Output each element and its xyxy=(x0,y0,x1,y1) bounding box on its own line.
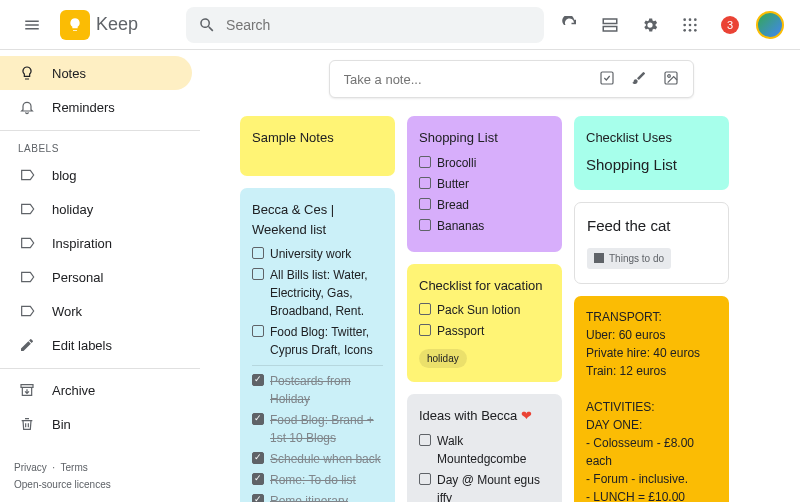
sidebar-item-label[interactable]: Personal xyxy=(0,260,192,294)
checkbox-icon[interactable] xyxy=(419,434,431,446)
checklist-item[interactable]: University work xyxy=(252,245,383,263)
note-card[interactable]: Checklist Uses Shopping List xyxy=(574,116,729,190)
note-title: Sample Notes xyxy=(252,128,383,148)
note-card[interactable]: Checklist for vacation Pack Sun lotionPa… xyxy=(407,264,562,383)
take-note-bar[interactable] xyxy=(329,60,694,98)
label-icon xyxy=(18,235,36,251)
checkbox-icon[interactable] xyxy=(252,413,264,425)
label-chip[interactable]: holiday xyxy=(419,349,467,368)
note-title: Ideas with Becca ❤ xyxy=(419,406,550,426)
privacy-link[interactable]: Privacy xyxy=(14,462,47,473)
sidebar-item-label[interactable]: Work xyxy=(0,294,192,328)
account-button[interactable] xyxy=(752,7,788,43)
take-note-input[interactable] xyxy=(344,72,599,87)
terms-link[interactable]: Terms xyxy=(61,462,88,473)
checkbox-icon[interactable] xyxy=(419,219,431,231)
list-view-button[interactable] xyxy=(592,7,628,43)
sidebar-item-label: Archive xyxy=(52,383,95,398)
checklist-item[interactable]: Food Blog: Brand + 1st 10 Blogs xyxy=(252,411,383,447)
label-icon xyxy=(18,167,36,183)
labels-heading: LABELS xyxy=(0,135,200,158)
new-image-button[interactable] xyxy=(663,70,679,89)
search-bar[interactable] xyxy=(186,7,544,43)
header-actions: 3 xyxy=(552,7,788,43)
note-card[interactable]: Sample Notes xyxy=(240,116,395,176)
sidebar-item-reminders[interactable]: Reminders xyxy=(0,90,192,124)
checklist-item[interactable]: Food Blog: Twitter, Cyprus Draft, Icons xyxy=(252,323,383,359)
note-body: Shopping List xyxy=(586,154,717,177)
checklist-item[interactable]: Bread xyxy=(419,196,550,214)
checkbox-icon[interactable] xyxy=(252,374,264,386)
checklist-item[interactable]: Rome: To do list xyxy=(252,471,383,489)
checkbox-icon[interactable] xyxy=(252,473,264,485)
note-title: Checklist Uses xyxy=(586,128,717,148)
hamburger-icon xyxy=(23,16,41,34)
heart-icon: ❤ xyxy=(521,408,532,423)
checklist-item[interactable]: Schedule when back xyxy=(252,450,383,468)
checkbox-icon[interactable] xyxy=(419,177,431,189)
sidebar-item-label: holiday xyxy=(52,202,93,217)
sidebar-item-label[interactable]: holiday xyxy=(0,192,192,226)
checkbox-icon[interactable] xyxy=(252,247,264,259)
checkbox-icon[interactable] xyxy=(252,325,264,337)
checklist-item[interactable]: Brocolli xyxy=(419,154,550,172)
checklist-item[interactable]: All Bills list: Water, Electricity, Gas,… xyxy=(252,266,383,320)
svg-point-5 xyxy=(683,23,686,26)
search-input[interactable] xyxy=(226,17,532,33)
sidebar-item-label: blog xyxy=(52,168,77,183)
sidebar-item-label: Bin xyxy=(52,417,71,432)
note-card[interactable]: Feed the cat Things to do xyxy=(574,202,729,284)
checklist-item[interactable]: Butter xyxy=(419,175,550,193)
note-card[interactable]: Ideas with Becca ❤ Walk MountedgcombeDay… xyxy=(407,394,562,502)
checklist-item[interactable]: Walk Mountedgcombe xyxy=(419,432,550,468)
brush-icon xyxy=(631,70,647,86)
checklist-item[interactable]: Pack Sun lotion xyxy=(419,301,550,319)
checklist-item[interactable]: Passport xyxy=(419,322,550,340)
checklist-item[interactable]: Postcards from Holiday xyxy=(252,372,383,408)
sidebar-item-label: Work xyxy=(52,304,82,319)
checkbox-icon[interactable] xyxy=(252,494,264,502)
new-list-button[interactable] xyxy=(599,70,615,89)
checklist-text: All Bills list: Water, Electricity, Gas,… xyxy=(270,266,383,320)
checkbox-icon[interactable] xyxy=(419,324,431,336)
checkbox-icon[interactable] xyxy=(252,268,264,280)
refresh-icon xyxy=(561,16,579,34)
checkbox-icon[interactable] xyxy=(419,198,431,210)
avatar xyxy=(756,11,784,39)
svg-rect-0 xyxy=(603,19,617,24)
checkbox-icon[interactable] xyxy=(419,473,431,485)
note-card[interactable]: TRANSPORT: Uber: 60 eurosPrivate hire: 4… xyxy=(574,296,729,503)
checkbox-icon[interactable] xyxy=(419,303,431,315)
app-logo[interactable]: Keep xyxy=(60,10,138,40)
checklist-text: Bread xyxy=(437,196,469,214)
refresh-button[interactable] xyxy=(552,7,588,43)
sidebar-item-bin[interactable]: Bin xyxy=(0,407,192,441)
note-title: Shopping List xyxy=(419,128,550,148)
settings-button[interactable] xyxy=(632,7,668,43)
checkbox-icon[interactable] xyxy=(252,452,264,464)
checklist-item[interactable]: Rome itinerary xyxy=(252,492,383,502)
svg-point-3 xyxy=(689,18,692,21)
sidebar-item-edit-labels[interactable]: Edit labels xyxy=(0,328,192,362)
sidebar-item-archive[interactable]: Archive xyxy=(0,373,192,407)
checklist-item[interactable]: Day @ Mount egus iffy xyxy=(419,471,550,503)
label-chip[interactable]: Things to do xyxy=(587,248,671,269)
notifications-button[interactable]: 3 xyxy=(712,7,748,43)
sidebar-item-label[interactable]: Inspiration xyxy=(0,226,192,260)
svg-point-4 xyxy=(694,18,697,21)
oss-link[interactable]: Open-source licences xyxy=(14,479,111,490)
sidebar-item-notes[interactable]: Notes xyxy=(0,56,192,90)
note-card[interactable]: Shopping List BrocolliButterBreadBananas xyxy=(407,116,562,252)
sidebar-item-label[interactable]: blog xyxy=(0,158,192,192)
new-drawing-button[interactable] xyxy=(631,70,647,89)
note-card[interactable]: Becca & Ces | Weekend list University wo… xyxy=(240,188,395,502)
svg-point-8 xyxy=(683,29,686,32)
checkbox-icon[interactable] xyxy=(419,156,431,168)
menu-button[interactable] xyxy=(12,5,52,45)
label-icon xyxy=(18,269,36,285)
main-area: Sample Notes Becca & Ces | Weekend list … xyxy=(200,50,800,502)
checklist-item[interactable]: Bananas xyxy=(419,217,550,235)
sidebar-item-label: Inspiration xyxy=(52,236,112,251)
svg-point-10 xyxy=(694,29,697,32)
apps-button[interactable] xyxy=(672,7,708,43)
